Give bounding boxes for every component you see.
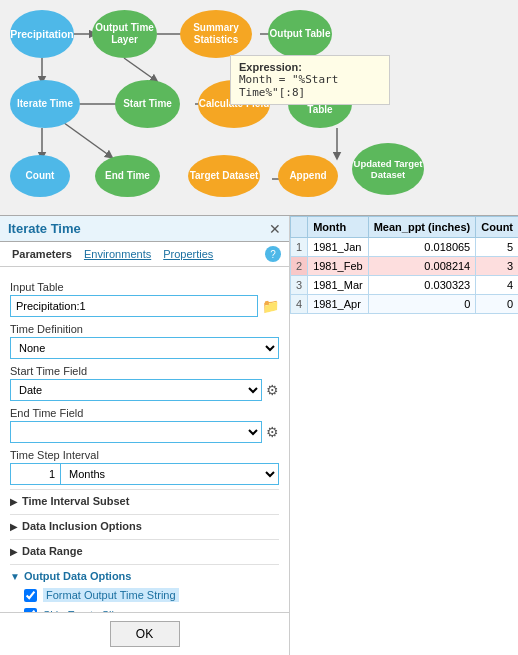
section-label-3: Data Range	[22, 545, 83, 557]
time-definition-select[interactable]: None	[10, 337, 279, 359]
svg-line-7	[60, 120, 110, 156]
folder-icon[interactable]: 📁	[262, 298, 279, 314]
cell-mean-ppt: 0.030323	[368, 276, 476, 295]
dialog-title: Iterate Time	[8, 221, 81, 236]
input-table-field[interactable]	[10, 295, 258, 317]
cell-month: 1981_Mar	[308, 276, 369, 295]
table-scroll[interactable]: Month Mean_ppt (inches) Count 1 1981_Jan…	[290, 216, 518, 655]
format-output-checkbox[interactable]	[24, 589, 37, 602]
dialog-header: Iterate Time ✕	[0, 216, 289, 242]
cell-month: 1981_Feb	[308, 257, 369, 276]
section-arrow-2: ▶	[10, 521, 18, 532]
section-label-4: Output Data Options	[24, 570, 132, 582]
section-arrow-1: ▶	[10, 496, 18, 507]
time-step-row: Months Days Hours Years	[10, 463, 279, 485]
cell-count: 5	[476, 238, 518, 257]
data-table: Month Mean_ppt (inches) Count 1 1981_Jan…	[290, 216, 518, 314]
node-append[interactable]: Append	[278, 155, 338, 197]
section-label-1: Time Interval Subset	[22, 495, 129, 507]
time-step-label: Time Step Interval	[10, 449, 279, 461]
end-time-select[interactable]	[10, 421, 262, 443]
table-row[interactable]: 3 1981_Mar 0.030323 4	[291, 276, 519, 295]
ok-button[interactable]: OK	[110, 621, 180, 647]
table-row[interactable]: 2 1981_Feb 0.008214 3	[291, 257, 519, 276]
row-num: 2	[291, 257, 308, 276]
input-table-row: 📁	[10, 295, 279, 317]
start-time-gear-icon[interactable]: ⚙	[266, 382, 279, 398]
cell-count: 3	[476, 257, 518, 276]
node-output-table[interactable]: Output Table	[268, 10, 332, 58]
dialog-tabs: Parameters Environments Properties ?	[0, 242, 289, 267]
start-time-label: Start Time Field	[10, 365, 279, 377]
time-definition-label: Time Definition	[10, 323, 279, 335]
node-target-dataset[interactable]: Target Dataset	[188, 155, 260, 197]
col-header-mean-ppt[interactable]: Mean_ppt (inches)	[368, 217, 476, 238]
cell-mean-ppt: 0.018065	[368, 238, 476, 257]
section-label-2: Data Inclusion Options	[22, 520, 142, 532]
node-updated-target-dataset[interactable]: Updated Target Dataset	[352, 143, 424, 195]
dialog-footer: OK	[0, 612, 289, 655]
cell-month: 1981_Jan	[308, 238, 369, 257]
section-arrow-3: ▶	[10, 546, 18, 557]
checkbox-format-row: Format Output Time String	[10, 585, 279, 605]
bottom-panel: Iterate Time ✕ Parameters Environments P…	[0, 215, 518, 655]
checkbox-skip-row: Skip Empty Slices	[10, 605, 279, 612]
svg-line-11	[124, 58, 155, 80]
section-data-inclusion[interactable]: ▶ Data Inclusion Options	[10, 514, 279, 535]
node-start-time[interactable]: Start Time	[115, 80, 180, 128]
table-panel: Month Mean_ppt (inches) Count 1 1981_Jan…	[290, 216, 518, 655]
end-time-label: End Time Field	[10, 407, 279, 419]
section-arrow-4: ▼	[10, 571, 20, 582]
expression-tooltip: Expression: Month = "%Start Time%"[:8]	[230, 55, 390, 105]
tab-properties[interactable]: Properties	[159, 246, 217, 262]
iterate-time-dialog: Iterate Time ✕ Parameters Environments P…	[0, 216, 290, 655]
end-time-gear-icon[interactable]: ⚙	[266, 424, 279, 440]
tab-parameters[interactable]: Parameters	[8, 246, 76, 262]
cell-mean-ppt: 0.008214	[368, 257, 476, 276]
col-header-num	[291, 217, 308, 238]
close-button[interactable]: ✕	[269, 222, 281, 236]
time-step-number[interactable]	[10, 463, 60, 485]
section-time-interval-subset[interactable]: ▶ Time Interval Subset	[10, 489, 279, 510]
section-output-data-options[interactable]: ▼ Output Data Options	[10, 564, 279, 585]
cell-mean-ppt: 0	[368, 295, 476, 314]
section-data-range[interactable]: ▶ Data Range	[10, 539, 279, 560]
table-row[interactable]: 4 1981_Apr 0 0	[291, 295, 519, 314]
table-row[interactable]: 1 1981_Jan 0.018065 5	[291, 238, 519, 257]
end-time-row: ⚙	[10, 421, 279, 443]
node-summary-statistics[interactable]: Summary Statistics	[180, 10, 252, 58]
dialog-body: Input Table 📁 Time Definition None Start…	[0, 267, 289, 612]
help-icon[interactable]: ?	[265, 246, 281, 262]
tab-environments[interactable]: Environments	[80, 246, 155, 262]
time-step-unit-select[interactable]: Months Days Hours Years	[60, 463, 279, 485]
input-table-label: Input Table	[10, 281, 279, 293]
cell-count: 0	[476, 295, 518, 314]
start-time-select[interactable]: Date	[10, 379, 262, 401]
row-num: 4	[291, 295, 308, 314]
node-precipitation[interactable]: Precipitation	[10, 10, 74, 58]
row-num: 1	[291, 238, 308, 257]
node-end-time[interactable]: End Time	[95, 155, 160, 197]
expression-code: Month = "%Start Time%"[:8]	[239, 73, 381, 99]
start-time-row: Date ⚙	[10, 379, 279, 401]
node-output-time-layer[interactable]: Output Time Layer	[92, 10, 157, 58]
expression-title: Expression:	[239, 61, 381, 73]
node-iterate-time[interactable]: Iterate Time	[10, 80, 80, 128]
col-header-month[interactable]: Month	[308, 217, 369, 238]
node-count[interactable]: Count	[10, 155, 70, 197]
format-output-label: Format Output Time String	[43, 588, 179, 602]
flow-diagram: Precipitation Output Time Layer Summary …	[0, 0, 518, 215]
col-header-count[interactable]: Count	[476, 217, 518, 238]
row-num: 3	[291, 276, 308, 295]
cell-month: 1981_Apr	[308, 295, 369, 314]
cell-count: 4	[476, 276, 518, 295]
